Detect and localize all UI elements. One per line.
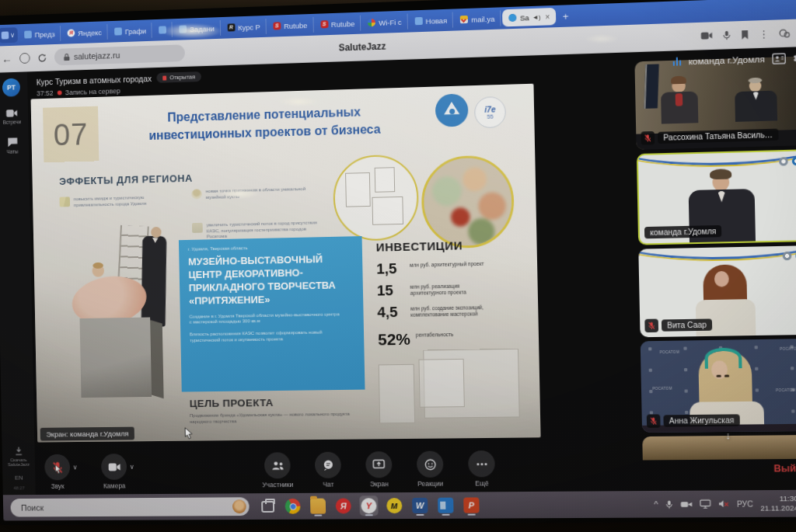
leave-button[interactable]: Выйти	[773, 463, 796, 475]
banner-decoration	[638, 245, 796, 263]
reload-button[interactable]	[37, 53, 47, 63]
tab-label: Rutube	[331, 19, 355, 28]
browser-tab[interactable]: Rutube	[315, 16, 361, 33]
tab-close-icon[interactable]: ×	[545, 12, 550, 21]
sidebar-item-chats[interactable]: Чаты	[6, 137, 18, 155]
yandex-icon: Я	[336, 498, 351, 513]
rutube-favicon	[273, 22, 281, 30]
participant-tile[interactable]: РОСАТОМ РОСАТОМ РОСАТОМ РОСАТОМ	[641, 339, 796, 433]
interior-sketch-circle	[333, 154, 420, 241]
project-card: г. Удомля, Тверская область МУЗЕЙНО-ВЫСТ…	[179, 236, 365, 391]
browser-tab[interactable]: mail.ya	[455, 10, 501, 27]
recording-dot-icon	[57, 91, 61, 96]
task-view-button[interactable]	[258, 496, 277, 516]
system-tray: ^ РУС 11:30 21.11.2024	[654, 494, 796, 513]
chrome-button[interactable]	[283, 496, 302, 516]
participant-tile-partial[interactable]	[642, 435, 796, 461]
browser-panel-button[interactable]: ∨	[0, 27, 18, 43]
browser-tab[interactable]: Предз	[19, 26, 61, 42]
app-sidebar: РТ Встречи Чаты Скачать SaluteJazz EN 48…	[0, 71, 36, 495]
browser-tab[interactable]: Задани	[174, 20, 221, 37]
chat-button[interactable]: Чат	[308, 452, 348, 489]
rosatom-mini-logo	[792, 157, 796, 166]
browser-tab[interactable]: Новая	[409, 12, 453, 30]
goal-text: Продвижение бренда «Удомельская кукла» —…	[190, 411, 358, 425]
participant-tile[interactable]: Рассохина Татьяна Василь…	[634, 56, 796, 150]
powerpoint-icon: P	[463, 497, 480, 513]
meeting-access-badge: Открытая	[157, 71, 201, 83]
tab-label: Предз	[34, 30, 54, 39]
participant-tile-active-speaker[interactable]: команда г.Удомля	[637, 149, 796, 245]
tab-label: Задани	[190, 24, 215, 33]
tray-display-icon[interactable]	[700, 499, 711, 509]
reactions-button[interactable]: Реакции	[410, 450, 451, 487]
scroll-down-arrow[interactable]: ↓	[725, 429, 731, 441]
settings-gear-icon[interactable]	[793, 51, 796, 64]
workshop-photo-circle	[421, 155, 515, 249]
browser-tab[interactable]: Графи	[109, 23, 152, 40]
bookmark-icon[interactable]	[741, 29, 749, 40]
word-button[interactable]: W	[410, 495, 430, 516]
screen-share-button[interactable]: Экран	[358, 451, 400, 488]
participant-tile[interactable]: Вита Саар	[638, 245, 796, 337]
project-title: МУЗЕЙНО-ВЫСТАВОЧНЫЙ ЦЕНТР ДЕКОРАТИВНО-ПР…	[188, 252, 354, 308]
language-switch[interactable]: EN	[15, 475, 23, 482]
browser-tab[interactable]: Wi-Fi с	[362, 14, 408, 31]
mobius-button[interactable]: м	[385, 495, 403, 516]
participants-button[interactable]: Участники	[257, 452, 298, 489]
meeting-elapsed-time: 37:52	[37, 89, 54, 97]
tray-volume-muted-icon[interactable]	[718, 499, 730, 509]
dolls-photo	[66, 220, 197, 409]
slide-title: Представление потенциальных инвестиционн…	[120, 102, 410, 146]
explorer-button[interactable]	[309, 496, 327, 516]
url-text: salutejazz.ru	[74, 50, 120, 61]
mic-permission-icon[interactable]	[722, 30, 731, 40]
tray-expand-icon[interactable]: ^	[654, 499, 658, 509]
download-app-label[interactable]: Скачать SaluteJazz	[2, 457, 35, 467]
browser-tab[interactable]: Курс Р	[222, 19, 266, 36]
tray-camera-icon[interactable]	[680, 499, 693, 508]
investment-row: 1,5млн руб. архитектурный проект	[376, 259, 526, 276]
effect-item: новая точка притяжения в области уникаль…	[191, 186, 320, 201]
browser-tab[interactable]: Яндекс	[62, 24, 108, 41]
tray-mic-icon[interactable]	[665, 499, 674, 509]
blue-app-button[interactable]	[436, 495, 456, 516]
browser-tab[interactable]: Rutube	[267, 17, 313, 34]
project-desc: Создание в г. Удомля Тверской области му…	[189, 311, 342, 326]
flag-prop	[644, 64, 658, 108]
taskbar-clock[interactable]: 11:30 21.11.2024	[760, 494, 796, 513]
tab-audio-icon[interactable]: ◄)	[532, 13, 541, 20]
salutejazz-app: РТ Встречи Чаты Скачать SaluteJazz EN 48…	[0, 47, 796, 495]
camera-toggle-button[interactable]: ∨ Камера	[94, 454, 134, 490]
browser-tab-active[interactable]: Sa ◄) ×	[502, 8, 556, 27]
user-avatar[interactable]: РТ	[2, 78, 20, 97]
keyboard-language[interactable]: РУС	[737, 499, 753, 508]
more-button[interactable]: Ещё	[461, 450, 502, 488]
meeting-title: Курс Туризм в атомных городах	[37, 74, 152, 86]
powerpoint-button[interactable]: P	[462, 495, 481, 515]
tab-favicon	[24, 30, 32, 38]
active-speaker-name: команда г.Удомля	[688, 54, 765, 65]
new-tab-button[interactable]: +	[557, 10, 573, 23]
mic-options-chevron[interactable]: ∨	[72, 463, 77, 471]
camera-permission-icon[interactable]	[700, 31, 713, 41]
sidebar-item-meetings[interactable]: Встречи	[2, 109, 21, 125]
extension-icon[interactable]	[779, 28, 791, 39]
mic-toggle-button[interactable]: ∨ Звук	[38, 454, 78, 490]
yandex-search-button[interactable]: Я	[334, 495, 353, 516]
blue-app-icon	[438, 498, 453, 513]
yandex-browser-button[interactable]: Y	[359, 495, 378, 516]
download-app-icon[interactable]	[13, 447, 23, 457]
participants-list-icon[interactable]	[772, 53, 786, 64]
browser-menu-icon[interactable]: ⋮	[759, 28, 770, 40]
address-bar[interactable]: salutejazz.ru	[54, 44, 185, 65]
tab-label: Курс Р	[238, 23, 260, 32]
back-button[interactable]: ←	[2, 54, 12, 64]
browser-tab[interactable]	[154, 22, 173, 38]
camera-options-chevron[interactable]: ∨	[130, 463, 134, 471]
taskbar-search[interactable]: Поиск	[10, 497, 249, 516]
wifi-favicon	[368, 19, 375, 26]
participant-name: команда г.Удомля	[644, 225, 722, 238]
muted-mic-icon	[647, 414, 661, 427]
profile-button[interactable]	[19, 53, 30, 64]
